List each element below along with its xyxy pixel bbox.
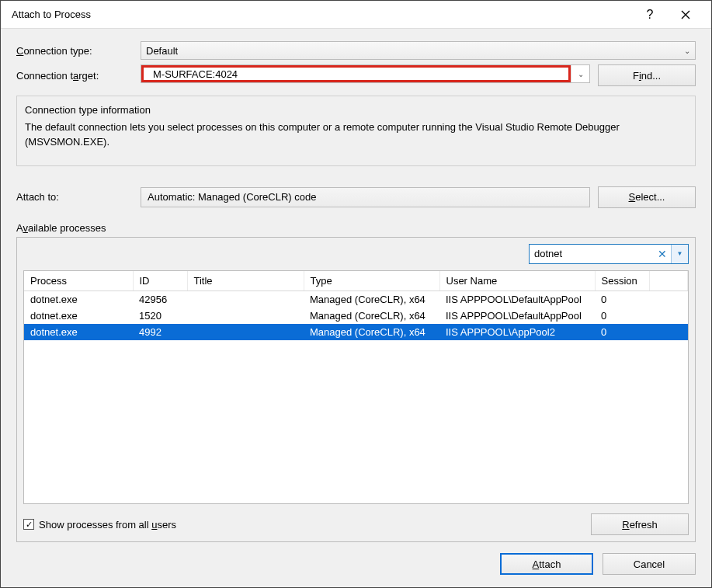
window-title: Attach to Process <box>9 9 632 20</box>
cancel-button[interactable]: Cancel <box>603 553 696 575</box>
process-filter-input[interactable] <box>530 245 654 263</box>
available-processes-section: Available processes ✕ ▼ <box>16 222 696 543</box>
show-all-users-checkbox[interactable]: ✓ Show processes from all users <box>23 519 176 531</box>
close-icon <box>681 10 690 19</box>
select-button[interactable]: Select... <box>598 186 696 208</box>
close-button[interactable] <box>668 1 703 29</box>
col-type[interactable]: Type <box>304 271 439 291</box>
connection-type-label: Connection type: <box>16 45 133 57</box>
find-button[interactable]: Find... <box>598 64 696 86</box>
help-button[interactable]: ? <box>632 1 668 29</box>
process-grid[interactable]: Process ID Title Type User Name Session … <box>23 270 689 505</box>
info-body: The default connection lets you select p… <box>25 120 687 150</box>
connection-type-row: Connection type: Default ⌄ <box>16 41 696 60</box>
process-filter[interactable]: ✕ ▼ <box>529 244 689 264</box>
table-row[interactable]: dotnet.exe42956Managed (CoreCLR), x64IIS… <box>24 291 688 308</box>
chevron-down-icon[interactable]: ⌄ <box>571 65 589 82</box>
filter-dropdown-icon[interactable]: ▼ <box>671 245 688 263</box>
attach-button[interactable]: Attach <box>500 553 593 575</box>
show-all-users-label: Show processes from all users <box>39 519 176 531</box>
table-row[interactable]: dotnet.exe1520Managed (CoreCLR), x64IIS … <box>24 308 688 324</box>
col-user[interactable]: User Name <box>439 271 595 291</box>
process-grid-header[interactable]: Process ID Title Type User Name Session <box>24 271 688 291</box>
chevron-down-icon: ⌄ <box>684 47 690 55</box>
clear-filter-icon[interactable]: ✕ <box>654 245 671 263</box>
available-processes-frame: ✕ ▼ Process ID <box>16 237 696 543</box>
attach-to-label: Attach to: <box>16 191 133 203</box>
dialog-footer: Attach Cancel <box>16 553 696 576</box>
connection-type-value: Default <box>146 45 178 57</box>
attach-to-value: Automatic: Managed (CoreCLR) code <box>141 187 590 207</box>
available-processes-label: Available processes <box>16 222 696 234</box>
refresh-button[interactable]: Refresh <box>591 513 689 535</box>
col-id[interactable]: ID <box>133 271 187 291</box>
col-session[interactable]: Session <box>595 271 649 291</box>
dialog-body: Connection type: Default ⌄ Connection ta… <box>1 29 711 587</box>
connection-type-info: Connection type information The default … <box>16 96 696 166</box>
titlebar: Attach to Process ? <box>1 1 711 29</box>
connection-target-label: Connection target: <box>16 70 133 82</box>
attach-to-row: Attach to: Automatic: Managed (CoreCLR) … <box>16 186 696 208</box>
connection-type-combo[interactable]: Default ⌄ <box>141 41 696 60</box>
checkbox-icon: ✓ <box>23 519 34 530</box>
info-title: Connection type information <box>25 103 687 118</box>
connection-target-input[interactable] <box>148 68 564 80</box>
connection-target-combo[interactable]: ⌄ <box>141 64 590 83</box>
col-title[interactable]: Title <box>187 271 304 291</box>
connection-target-row: Connection target: ⌄ Find... <box>16 64 696 86</box>
col-process[interactable]: Process <box>24 271 133 291</box>
attach-to-process-dialog: Attach to Process ? Connection type: Def… <box>0 0 712 588</box>
table-row[interactable]: dotnet.exe4992Managed (CoreCLR), x64IIS … <box>24 324 688 340</box>
